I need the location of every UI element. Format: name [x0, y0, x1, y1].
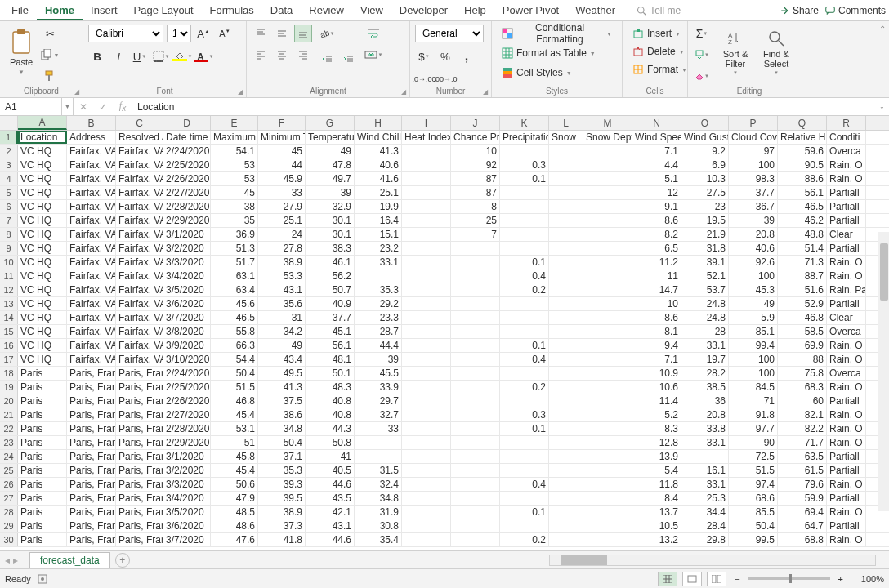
cell[interactable]: 40.8 — [306, 408, 355, 421]
cell[interactable]: 27.9 — [258, 200, 306, 213]
cell[interactable]: 71.3 — [778, 256, 827, 269]
cell[interactable]: 46.8 — [778, 311, 827, 324]
font-name-select[interactable]: Calibri — [88, 24, 163, 42]
cell[interactable]: 0.1 — [500, 339, 549, 352]
cell[interactable]: 49.5 — [258, 367, 306, 380]
cell[interactable]: 20.8 — [729, 228, 778, 241]
macro-record-icon[interactable] — [38, 574, 47, 584]
cell[interactable]: 0.3 — [500, 408, 549, 421]
cell[interactable]: 5.1 — [632, 172, 681, 185]
cell[interactable]: Fairfax, VA, — [116, 339, 163, 352]
cell[interactable]: 28.2 — [681, 367, 729, 380]
cell[interactable] — [500, 464, 549, 477]
merge-center-button[interactable]: ▼ — [364, 46, 382, 64]
cell[interactable] — [549, 228, 583, 241]
percent-button[interactable]: % — [436, 47, 454, 65]
tell-me[interactable]: Tell me — [637, 5, 681, 16]
cell[interactable] — [549, 492, 583, 505]
cell[interactable]: 3/3/2020 — [163, 478, 211, 491]
tab-home[interactable]: Home — [37, 1, 83, 20]
cell[interactable]: 48.1 — [306, 353, 355, 366]
cell[interactable]: Fairfax, VA, — [116, 256, 163, 269]
cell[interactable] — [549, 325, 583, 338]
cell[interactable] — [500, 492, 549, 505]
cell[interactable]: 63.1 — [211, 270, 258, 283]
vertical-scrollbar[interactable] — [878, 232, 889, 511]
cell[interactable]: VC HQ — [18, 228, 67, 241]
cell[interactable]: 32.9 — [306, 200, 355, 213]
cell[interactable]: 3/1/2020 — [163, 228, 211, 241]
cell[interactable]: 9.2 — [681, 145, 729, 158]
cell[interactable]: VC HQ — [18, 214, 67, 227]
cell[interactable]: 3/6/2020 — [163, 519, 211, 532]
cell[interactable]: Paris, Franc — [116, 464, 163, 477]
cell[interactable]: 0.2 — [500, 381, 549, 394]
cell[interactable]: 16.4 — [355, 214, 402, 227]
cell[interactable]: 7 — [451, 228, 500, 241]
cell[interactable] — [500, 450, 549, 463]
cell[interactable]: 31.5 — [355, 464, 402, 477]
cell[interactable] — [583, 464, 632, 477]
cell[interactable]: 23.2 — [355, 242, 402, 255]
cell[interactable]: 7.1 — [632, 145, 681, 158]
cell[interactable]: 71 — [729, 394, 778, 408]
cell[interactable] — [583, 283, 632, 296]
decrease-indent-button[interactable] — [319, 51, 337, 69]
cell[interactable]: 45 — [211, 186, 258, 199]
cell[interactable]: 38.3 — [306, 242, 355, 255]
cell-styles-button[interactable]: Cell Styles ▼ — [497, 64, 617, 82]
cell[interactable]: Fairfax, VA, — [67, 145, 116, 158]
row-header-1[interactable]: 1 — [0, 131, 18, 144]
autosum-button[interactable]: Σ▼ — [693, 24, 711, 42]
increase-font-button[interactable]: A▲ — [194, 24, 212, 42]
sheet-nav-next-icon[interactable]: ▸ — [13, 555, 18, 566]
cell[interactable] — [583, 200, 632, 213]
cell[interactable]: 33.1 — [681, 339, 729, 352]
cell[interactable] — [583, 506, 632, 519]
column-header-R[interactable]: R — [827, 116, 866, 130]
cell[interactable] — [549, 200, 583, 213]
cell[interactable]: Fairfax, VA, — [67, 242, 116, 255]
tab-developer[interactable]: Developer — [391, 1, 456, 20]
cell[interactable]: 10.3 — [681, 172, 729, 185]
cell[interactable]: Paris — [18, 478, 67, 491]
row-header-15[interactable]: 15 — [0, 325, 18, 338]
cell[interactable] — [451, 367, 500, 380]
cell[interactable]: 39 — [306, 186, 355, 199]
cell[interactable]: Fairfax, VA, — [67, 283, 116, 296]
cell[interactable] — [583, 408, 632, 421]
cell[interactable]: Overca — [827, 325, 866, 338]
cell[interactable]: 4.4 — [632, 158, 681, 172]
cell[interactable] — [549, 478, 583, 491]
cell[interactable]: 56.1 — [778, 186, 827, 199]
cell[interactable]: 53.7 — [681, 283, 729, 296]
cell[interactable]: Maximum — [211, 131, 258, 144]
page-break-view-button[interactable] — [707, 572, 726, 586]
cell[interactable]: 29.8 — [681, 533, 729, 546]
cell[interactable]: Paris — [18, 422, 67, 435]
row-header-10[interactable]: 10 — [0, 256, 18, 269]
conditional-formatting-button[interactable]: Conditional Formatting ▼ — [497, 24, 617, 42]
cell[interactable] — [583, 367, 632, 380]
cell[interactable]: Paris, Franc — [116, 436, 163, 449]
name-box[interactable]: A1 — [0, 98, 62, 115]
cell[interactable]: 2/26/2020 — [163, 394, 211, 408]
cell[interactable] — [451, 311, 500, 324]
cell[interactable]: Rain, O — [827, 533, 866, 546]
add-sheet-button[interactable]: + — [115, 553, 130, 568]
cell[interactable]: 68.3 — [778, 381, 827, 394]
cell[interactable]: Fairfax, VA, — [116, 325, 163, 338]
cell[interactable]: Fairfax, VA, — [116, 214, 163, 227]
cell[interactable] — [583, 214, 632, 227]
cell[interactable] — [583, 325, 632, 338]
cell[interactable]: Paris — [18, 464, 67, 477]
column-header-O[interactable]: O — [681, 116, 729, 130]
cell[interactable]: 63.4 — [211, 283, 258, 296]
cell[interactable]: 92 — [451, 158, 500, 172]
cell[interactable]: Wind Speed — [632, 131, 681, 144]
cell[interactable]: Partiall — [827, 519, 866, 532]
cell[interactable] — [451, 492, 500, 505]
cell[interactable]: 38 — [211, 200, 258, 213]
cell[interactable] — [583, 311, 632, 324]
cell[interactable]: 6.5 — [632, 242, 681, 255]
